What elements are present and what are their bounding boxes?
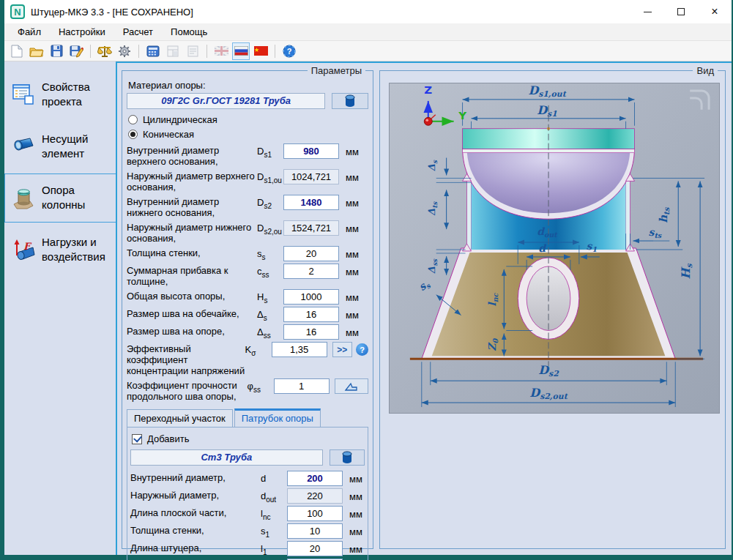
- support-shape-options: ЦилиндрическаяКоническая: [127, 114, 368, 140]
- toolbar-separator: [90, 45, 91, 58]
- open-file-button[interactable]: [28, 42, 45, 60]
- sidebar-item-label: Нагрузки и воздействия: [42, 235, 109, 265]
- sidebar-item-loads[interactable]: F Нагрузки и воздействия: [4, 225, 116, 275]
- close-button[interactable]: ×: [698, 0, 732, 23]
- material-db-icon: [341, 451, 353, 464]
- nozzle-material-picker-button[interactable]: [330, 449, 365, 466]
- new-file-button[interactable]: [8, 42, 26, 60]
- menu-bar: ФайлНастройкиРасчетПомощь: [4, 23, 732, 41]
- nozzle-row-3: Толщина стенки,s1мм: [130, 523, 365, 539]
- tab-0[interactable]: Переходный участок: [127, 409, 233, 427]
- language-english-button[interactable]: [212, 42, 230, 60]
- view-caption: Вид: [693, 65, 718, 76]
- param-row-4-input[interactable]: [283, 246, 339, 261]
- sidebar-item-label: Свойства проекта: [42, 80, 109, 110]
- nozzle-row-3-label: Толщина стенки,: [130, 523, 261, 537]
- window-title: Штуцер-МКЭ 3.3 - [НЕ СОХРАНЕНО]: [31, 7, 630, 18]
- nozzle-row-1-label: Наружный диаметр,: [130, 488, 261, 501]
- param-row-2-input[interactable]: [283, 195, 339, 210]
- shape-radio-1[interactable]: Коническая: [128, 129, 368, 140]
- tab-1[interactable]: Патрубок опоры: [234, 408, 321, 427]
- nozzle-row-1: Наружный диаметр,doutмм: [130, 488, 365, 504]
- language-chinese-button[interactable]: [252, 42, 269, 60]
- param-row-1: Наружный диаметр верхнего основания,Ds1,…: [127, 169, 368, 193]
- settings-button[interactable]: [116, 42, 133, 60]
- weld-button[interactable]: [335, 378, 368, 394]
- param-row-8-input[interactable]: [283, 324, 339, 340]
- help-button[interactable]: ?: [280, 42, 298, 60]
- param-row-9-symbol: Kσ: [245, 342, 272, 357]
- help-icon[interactable]: ?: [356, 343, 368, 356]
- unit-label: мм: [343, 488, 362, 502]
- nozzle-tabs: Переходный участокПатрубок опоры: [127, 408, 368, 427]
- scales-icon: [97, 45, 112, 58]
- calculate-button[interactable]: [144, 42, 162, 60]
- param-row-4-symbol: ss: [257, 246, 283, 261]
- toolbar-separator: [138, 45, 139, 58]
- param-row-2-symbol: Ds2: [257, 195, 283, 210]
- param-row-0-symbol: Ds1: [257, 143, 283, 159]
- nozzle-row-4-input[interactable]: [287, 541, 343, 556]
- menu-item-2[interactable]: Расчет: [114, 24, 162, 40]
- param-row-5-label: Суммарная прибавка к толщине,: [127, 264, 257, 287]
- nozzle-row-1-input: [287, 488, 343, 504]
- help-icon: ?: [283, 45, 296, 58]
- save-as-button[interactable]: [67, 42, 85, 60]
- menu-item-1[interactable]: Настройки: [50, 24, 114, 40]
- material-label: Материал опоры:: [128, 80, 368, 91]
- nozzle-row-2-input[interactable]: [287, 506, 343, 521]
- expand-button[interactable]: >>: [332, 342, 352, 357]
- param-row-5-input[interactable]: [283, 264, 339, 279]
- toolbar-separator: [206, 45, 207, 58]
- param-row-2: Внутренний диаметр нижнего основания,Ds2…: [127, 195, 368, 218]
- param-row-4-label: Толщина стенки,: [127, 246, 257, 259]
- shape-radio-label: Коническая: [143, 129, 194, 140]
- sidebar-item-column-support[interactable]: Опора колонны: [4, 173, 116, 223]
- parameters-group: Параметры Материал опоры: 09Г2С Gr.ГОСТ …: [122, 70, 373, 549]
- param-row-6: Общая высота опоры,Hsмм: [127, 289, 368, 305]
- minimize-button[interactable]: [630, 0, 664, 23]
- param-row-7-input[interactable]: [283, 307, 339, 322]
- toolbar: ?: [4, 41, 732, 61]
- save-edit-icon: [70, 45, 83, 58]
- param-row-3-label: Наружный диаметр нижнего основания,: [127, 220, 257, 244]
- nozzle-row-0-input[interactable]: [287, 471, 343, 486]
- param-row-0-input[interactable]: [283, 143, 339, 159]
- nozzle-tab-panel: Добавить Ст3 Труба Внутренний диаметр,dм…: [127, 427, 368, 560]
- param-row-6-input[interactable]: [283, 289, 339, 305]
- units-button[interactable]: [96, 42, 114, 60]
- menu-item-0[interactable]: Файл: [9, 24, 50, 40]
- sidebar-item-shell-element[interactable]: Несущий элемент: [4, 122, 116, 171]
- save-button[interactable]: [48, 42, 65, 60]
- support-material-row: 09Г2С Gr.ГОСТ 19281 Труба: [127, 93, 368, 109]
- param-row-10-input[interactable]: [274, 378, 330, 394]
- menu-item-3[interactable]: Помощь: [162, 24, 216, 40]
- unit-label: мм: [339, 307, 359, 321]
- param-row-10: Коэффициент прочности продольного шва оп…: [127, 378, 368, 402]
- support-material-picker-button[interactable]: [332, 93, 368, 109]
- main-area: Свойства проекта Несущий элемент: [4, 61, 732, 555]
- add-nozzle-checkbox[interactable]: [132, 434, 142, 444]
- model-view[interactable]: ZYDs1,outDs1ΔsΔtsΔssssstshtsHsdoutds1lnc…: [389, 83, 720, 414]
- report-doc-button: [184, 42, 201, 60]
- content-area: Параметры Материал опоры: 09Г2С Gr.ГОСТ …: [116, 61, 732, 555]
- param-row-9-input[interactable]: [272, 342, 327, 357]
- shape-radio-0[interactable]: Цилиндрическая: [128, 114, 368, 125]
- nozzle-material-field[interactable]: Ст3 Труба: [130, 449, 323, 466]
- param-row-1-symbol: Ds1,ou: [257, 169, 283, 184]
- param-row-3-input: [283, 220, 339, 236]
- unit-label: мм: [339, 246, 359, 260]
- nozzle-row-2-label: Длина плоской части,: [130, 506, 261, 519]
- support-fields: Внутренний диаметр верхнего основания,Ds…: [127, 143, 368, 402]
- app-window: N Штуцер-МКЭ 3.3 - [НЕ СОХРАНЕНО] × Файл…: [0, 0, 733, 560]
- sidebar-item-project-properties[interactable]: Свойства проекта: [4, 70, 116, 119]
- unit-label: мм: [339, 324, 359, 338]
- maximize-button[interactable]: [664, 0, 698, 23]
- param-row-5-symbol: css: [257, 264, 283, 279]
- nozzle-row-3-input[interactable]: [287, 523, 343, 539]
- param-row-0-label: Внутренний диаметр верхнего основания,: [127, 143, 257, 167]
- radio-icon: [128, 130, 138, 139]
- support-material-field[interactable]: 09Г2С Gr.ГОСТ 19281 Труба: [127, 93, 325, 109]
- add-nozzle-row[interactable]: Добавить: [132, 433, 365, 444]
- language-russian-button[interactable]: [232, 42, 250, 60]
